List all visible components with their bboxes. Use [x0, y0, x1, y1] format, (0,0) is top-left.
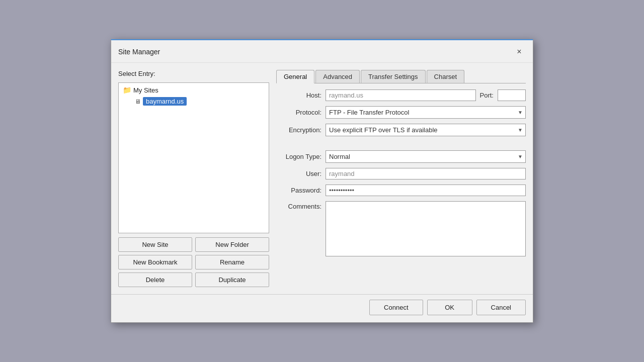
ok-button[interactable]: OK [427, 300, 472, 315]
user-label: User: [276, 170, 321, 177]
left-panel: Select Entry: 📁 My Sites 🖥 baymarnd.us N… [118, 70, 269, 287]
folder-icon: 📁 [123, 86, 131, 94]
logon-type-row: Logon Type: Normal Anonymous Ask for pas… [276, 150, 526, 163]
protocol-row: Protocol: FTP - File Transfer Protocol S… [276, 106, 526, 119]
right-panel: General Advanced Transfer Settings Chars… [276, 70, 526, 287]
tab-bar: General Advanced Transfer Settings Chars… [276, 70, 526, 83]
delete-button[interactable]: Delete [118, 273, 192, 287]
user-row: User: [276, 168, 526, 179]
my-sites-label: My Sites [133, 86, 158, 94]
logon-type-select-wrapper: Normal Anonymous Ask for password Key fi… [326, 150, 526, 163]
user-input[interactable] [326, 168, 526, 179]
protocol-select-wrapper: FTP - File Transfer Protocol SFTP - SSH … [326, 106, 526, 119]
comments-row: Comments: [276, 201, 526, 256]
host-row: Host: Port: [276, 89, 526, 101]
main-content: Select Entry: 📁 My Sites 🖥 baymarnd.us N… [111, 63, 533, 294]
site-manager-dialog: Site Manager × Select Entry: 📁 My Sites … [111, 39, 533, 323]
logon-type-label: Logon Type: [276, 153, 321, 160]
password-label: Password: [276, 187, 321, 194]
password-row: Password: [276, 185, 526, 196]
select-entry-label: Select Entry: [118, 70, 269, 77]
tree-child-item[interactable]: 🖥 baymarnd.us [121, 96, 267, 107]
close-button[interactable]: × [513, 45, 526, 58]
protocol-select[interactable]: FTP - File Transfer Protocol SFTP - SSH … [326, 106, 526, 119]
logon-type-select[interactable]: Normal Anonymous Ask for password Key fi… [326, 150, 526, 163]
host-label: Host: [276, 92, 321, 99]
encryption-row: Encryption: Use explicit FTP over TLS if… [276, 124, 526, 136]
duplicate-button[interactable]: Duplicate [195, 273, 269, 287]
encryption-select-wrapper: Use explicit FTP over TLS if available R… [326, 124, 526, 136]
new-bookmark-button[interactable]: New Bookmark [118, 255, 192, 269]
comments-textarea[interactable] [326, 201, 526, 256]
site-entry-label: baymarnd.us [143, 97, 187, 106]
password-input[interactable] [326, 185, 526, 196]
new-site-button[interactable]: New Site [118, 237, 192, 252]
general-form: Host: Port: Protocol: FTP - File Transfe… [276, 89, 526, 256]
tab-transfer-settings[interactable]: Transfer Settings [361, 70, 426, 83]
comments-label: Comments: [276, 201, 321, 210]
port-input[interactable] [498, 89, 526, 101]
bottom-bar: Connect OK Cancel [111, 294, 533, 322]
connect-button[interactable]: Connect [369, 300, 423, 315]
tab-advanced[interactable]: Advanced [315, 70, 360, 83]
new-folder-button[interactable]: New Folder [195, 237, 269, 252]
site-icon: 🖥 [135, 98, 141, 105]
action-buttons: New Site New Folder New Bookmark Rename … [118, 237, 269, 287]
rename-button[interactable]: Rename [195, 255, 269, 269]
port-label: Port: [480, 92, 494, 99]
cancel-button[interactable]: Cancel [476, 300, 526, 315]
tree-area: 📁 My Sites 🖥 baymarnd.us [118, 82, 269, 233]
title-bar: Site Manager × [111, 40, 533, 63]
tree-root-item[interactable]: 📁 My Sites [121, 85, 267, 95]
encryption-label: Encryption: [276, 126, 321, 134]
protocol-label: Protocol: [276, 109, 321, 116]
encryption-select[interactable]: Use explicit FTP over TLS if available R… [326, 124, 526, 136]
tab-general[interactable]: General [276, 70, 314, 83]
host-input[interactable] [326, 89, 476, 101]
dialog-title: Site Manager [118, 48, 160, 56]
tab-charset[interactable]: Charset [427, 70, 465, 83]
